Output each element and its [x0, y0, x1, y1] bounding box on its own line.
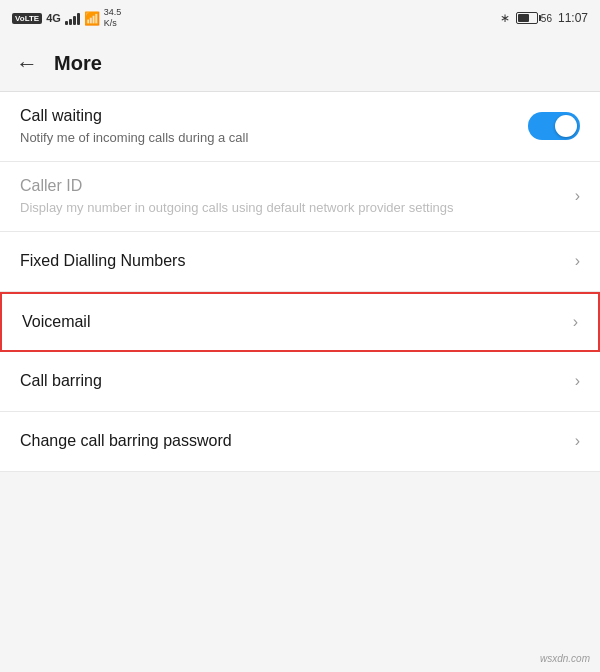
call-barring-title: Call barring — [20, 371, 565, 392]
battery-percent: 56 — [541, 13, 552, 24]
header: ← More — [0, 36, 600, 92]
caller-id-chevron: › — [575, 187, 580, 205]
status-right: ∗ 56 11:07 — [500, 11, 588, 25]
fixed-dialling-item[interactable]: Fixed Dialling Numbers › — [0, 232, 600, 292]
caller-id-item[interactable]: Caller ID Display my number in outgoing … — [0, 162, 600, 232]
volte-badge: VoLTE — [12, 13, 42, 24]
call-waiting-subtitle: Notify me of incoming calls during a cal… — [20, 129, 528, 147]
signal-bar-1 — [65, 21, 68, 25]
back-button[interactable]: ← — [16, 51, 38, 77]
toggle-thumb — [555, 115, 577, 137]
page-title: More — [54, 52, 102, 75]
voicemail-item[interactable]: Voicemail › — [0, 292, 600, 352]
signal-bar-3 — [73, 16, 76, 25]
caller-id-title: Caller ID — [20, 176, 565, 197]
watermark: wsxdn.com — [540, 653, 590, 664]
battery-fill — [518, 14, 529, 22]
fixed-dialling-chevron: › — [575, 252, 580, 270]
status-bar: VoLTE 4G 📶 34.5 K/s ∗ 56 11:07 — [0, 0, 600, 36]
call-barring-chevron: › — [575, 372, 580, 390]
network-type: 4G — [46, 12, 61, 24]
change-barring-password-title: Change call barring password — [20, 431, 565, 452]
speed-text: 34.5 K/s — [104, 7, 122, 29]
fixed-dialling-title: Fixed Dialling Numbers — [20, 251, 565, 272]
call-barring-item[interactable]: Call barring › — [0, 352, 600, 412]
toggle-track — [528, 112, 580, 140]
call-barring-text: Call barring — [20, 371, 565, 392]
bluetooth-icon: ∗ — [500, 11, 510, 25]
change-barring-password-chevron: › — [575, 432, 580, 450]
status-left: VoLTE 4G 📶 34.5 K/s — [12, 7, 121, 29]
signal-bar-2 — [69, 19, 72, 25]
voicemail-chevron: › — [573, 313, 578, 331]
battery-body — [516, 12, 538, 24]
voicemail-title: Voicemail — [22, 312, 563, 333]
signal-bars — [65, 11, 80, 25]
battery-container: 56 — [516, 12, 552, 24]
caller-id-text: Caller ID Display my number in outgoing … — [20, 176, 565, 217]
change-barring-password-item[interactable]: Change call barring password › — [0, 412, 600, 472]
fixed-dialling-text: Fixed Dialling Numbers — [20, 251, 565, 272]
settings-list: Call waiting Notify me of incoming calls… — [0, 92, 600, 472]
call-waiting-item[interactable]: Call waiting Notify me of incoming calls… — [0, 92, 600, 162]
signal-bar-4 — [77, 13, 80, 25]
call-waiting-toggle[interactable] — [528, 112, 580, 140]
time-display: 11:07 — [558, 11, 588, 25]
caller-id-subtitle: Display my number in outgoing calls usin… — [20, 199, 565, 217]
change-barring-password-text: Change call barring password — [20, 431, 565, 452]
call-waiting-text: Call waiting Notify me of incoming calls… — [20, 106, 528, 147]
call-waiting-title: Call waiting — [20, 106, 528, 127]
wifi-icon: 📶 — [84, 11, 100, 26]
battery-icon — [516, 12, 538, 24]
voicemail-text: Voicemail — [22, 312, 563, 333]
